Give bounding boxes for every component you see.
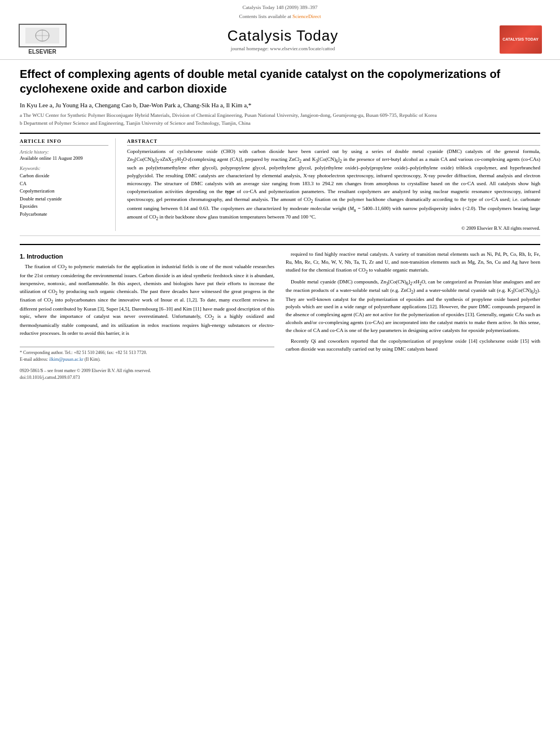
keyword-1: Carbon dioxide — [20, 172, 108, 180]
affiliation-a: a The WCU Center for Synthetic Polymer B… — [20, 112, 540, 120]
email-link[interactable]: ilkim@pusan.ac.kr — [49, 357, 84, 362]
header-inner: ELSEVIER Catalysis Today journal homepag… — [11, 21, 549, 57]
page: Catalysis Today 148 (2009) 389–397 Conte… — [0, 0, 560, 747]
journal-homepage: journal homepage: www.elsevier.com/locat… — [68, 46, 498, 51]
footnote-issn: 0920-5861/$ – see front matter © 2009 El… — [20, 368, 274, 374]
footnote-email: E-mail address: ilkim@pusan.ac.kr (Il Ki… — [20, 356, 274, 363]
abstract-title: ABSTRACT — [127, 138, 540, 146]
journal-name: Catalysis Today — [68, 27, 498, 45]
journal-title-center: Catalysis Today journal homepage: www.el… — [68, 27, 498, 51]
main-content: 1. Introduction The fixation of CO2 to p… — [20, 244, 540, 381]
keyword-3: Copolymerization — [20, 187, 108, 195]
affiliation-b: b Department of Polymer Science and Engi… — [20, 120, 540, 128]
footnote-section: * Corresponding author. Tel.: +82 51 510… — [20, 347, 274, 381]
sciencedirect-link[interactable]: ScienceDirect — [292, 14, 321, 19]
elsevier-logo-box — [19, 24, 67, 47]
article-info-abstract: ARTICLE INFO Article history: Available … — [20, 133, 540, 236]
article-info-title: ARTICLE INFO — [20, 138, 108, 146]
catalysis-logo-box: CATALYSIS TODAY — [500, 25, 542, 54]
keyword-6: Polycarbonate — [20, 211, 108, 219]
intro-text: The fixation of CO2 to polymeric materia… — [20, 263, 274, 337]
catalysis-logo: CATALYSIS TODAY — [498, 24, 543, 55]
history-label: Article history: — [20, 149, 108, 155]
elsevier-name: ELSEVIER — [28, 49, 56, 55]
sciencedirect-label: Contents lists available at — [239, 14, 291, 19]
article-info-section: ARTICLE INFO Article history: Available … — [20, 138, 116, 231]
intro-heading: 1. Introduction — [20, 253, 274, 260]
keyword-4: Double metal cyanide — [20, 195, 108, 203]
journal-top-line: Catalysis Today 148 (2009) 389–397 — [11, 5, 549, 10]
keyword-2: CA — [20, 180, 108, 188]
copyright-line: © 2009 Elsevier B.V. All rights reserved… — [127, 225, 540, 231]
footnote-doi: doi:10.1016/j.cattod.2009.07.073 — [20, 374, 274, 381]
abstract-section: ABSTRACT Copolymerizations of cyclohexen… — [127, 138, 540, 231]
right-text: required to find highly reactive metal c… — [286, 251, 540, 353]
keyword-5: Epoxides — [20, 203, 108, 211]
authors: In Kyu Lee a, Ju Young Ha a, Chengang Ca… — [20, 102, 540, 108]
article-body: Effect of complexing agents of double me… — [0, 60, 560, 392]
keywords-list: Carbon dioxide CA Copolymerization Doubl… — [20, 172, 108, 219]
footnote-corresponding: * Corresponding author. Tel.: +82 51 510… — [20, 350, 274, 356]
elsevier-logo: ELSEVIER — [17, 24, 68, 55]
article-title: Effect of complexing agents of double me… — [20, 67, 540, 96]
journal-header: Catalysis Today 148 (2009) 389–397 Conte… — [0, 0, 560, 60]
left-column: 1. Introduction The fixation of CO2 to p… — [20, 251, 274, 381]
keywords-label: Keywords: — [20, 165, 108, 171]
abstract-text: Copolymerizations of cyclohexene oxide (… — [127, 148, 540, 222]
affiliations: a The WCU Center for Synthetic Polymer B… — [20, 112, 540, 127]
available-online: Available online 11 August 2009 — [20, 155, 108, 161]
right-column: required to find highly reactive metal c… — [286, 251, 540, 381]
